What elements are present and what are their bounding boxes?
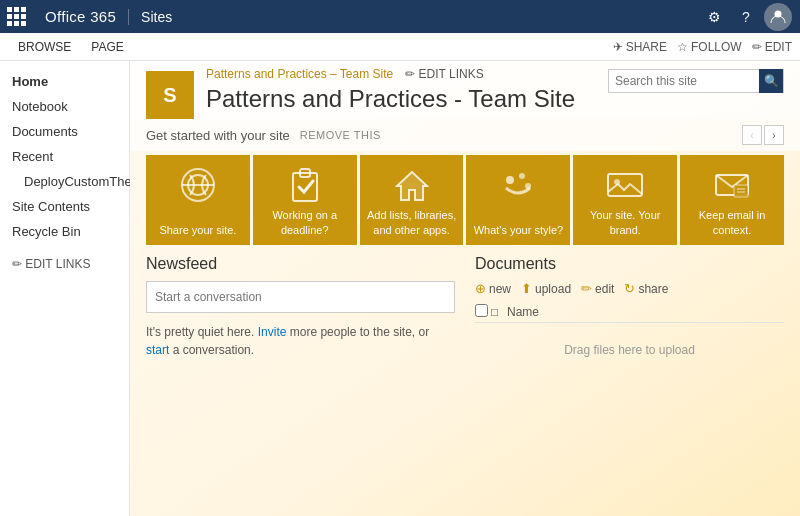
house-card-icon	[392, 165, 432, 205]
waffle-icon	[7, 7, 26, 26]
page-tab[interactable]: PAGE	[81, 33, 133, 60]
doc-type-icon: □	[491, 305, 498, 319]
edit-button[interactable]: ✏ EDIT	[752, 40, 792, 54]
sidebar-item-recent[interactable]: Recent	[0, 144, 129, 169]
doc-table-header: □ Name	[475, 302, 784, 323]
card-deadline-label: Working on a deadline?	[259, 208, 351, 237]
site-header-block: S Patterns and Practices – Team Site ✏ E…	[130, 61, 800, 119]
card-share-label: Share your site.	[159, 223, 236, 237]
search-button[interactable]: 🔍	[759, 69, 783, 93]
newsfeed-input[interactable]	[146, 281, 455, 313]
newsfeed-panel: Newsfeed It's pretty quiet here. Invite …	[146, 255, 475, 383]
start-link[interactable]: start	[146, 343, 169, 357]
search-bar: 🔍	[608, 69, 784, 93]
search-input[interactable]	[609, 74, 759, 88]
browse-tab[interactable]: BROWSE	[8, 33, 81, 60]
follow-button[interactable]: ☆ FOLLOW	[677, 40, 742, 54]
edit-links-breadcrumb[interactable]: ✏ EDIT LINKS	[405, 67, 483, 81]
doc-drag-area[interactable]: Drag files here to upload	[475, 323, 784, 383]
sidebar-item-deploycustomtheme[interactable]: DeployCustomTheme	[0, 169, 129, 194]
card-email[interactable]: Keep email in context.	[680, 155, 784, 245]
sidebar-edit-links[interactable]: ✏ EDIT LINKS	[0, 252, 129, 276]
main-layout: Home Notebook Documents Recent DeployCus…	[0, 61, 800, 516]
email-card-icon	[712, 165, 752, 205]
sidebar-item-recycle-bin[interactable]: Recycle Bin	[0, 219, 129, 244]
doc-new-button[interactable]: ⊕ new	[475, 281, 511, 296]
svg-point-7	[506, 176, 514, 184]
doc-check-col	[475, 304, 491, 320]
pencil-icon: ✏	[752, 40, 762, 54]
newsfeed-quiet-text: It's pretty quiet here. Invite more peop…	[146, 323, 455, 359]
avatar[interactable]	[764, 3, 792, 31]
card-brand-label: Your site. Your brand.	[579, 208, 671, 237]
svg-point-8	[519, 173, 525, 179]
doc-share-button[interactable]: ↻ share	[624, 281, 668, 296]
invite-link[interactable]: Invite	[258, 325, 287, 339]
card-email-label: Keep email in context.	[686, 208, 778, 237]
nav-prev-button[interactable]: ‹	[742, 125, 762, 145]
section-name[interactable]: Sites	[128, 9, 184, 25]
share-doc-icon: ↻	[624, 281, 635, 296]
share-icon: ✈	[613, 40, 623, 54]
documents-panel: Documents ⊕ new ⬆ upload ✏ edit	[475, 255, 784, 383]
second-bar: BROWSE PAGE ✈ SHARE ☆ FOLLOW ✏ EDIT	[0, 33, 800, 61]
sidebar-item-notebook[interactable]: Notebook	[0, 94, 129, 119]
content-area: S Patterns and Practices – Team Site ✏ E…	[130, 61, 800, 516]
newsfeed-title: Newsfeed	[146, 255, 455, 273]
sidebar: Home Notebook Documents Recent DeployCus…	[0, 61, 130, 516]
card-share[interactable]: Share your site.	[146, 155, 250, 245]
help-icon[interactable]: ?	[732, 3, 760, 31]
sidebar-item-home[interactable]: Home	[0, 69, 129, 94]
share-button[interactable]: ✈ SHARE	[613, 40, 667, 54]
doc-name-col: Name	[507, 305, 784, 319]
gear-icon[interactable]: ⚙	[700, 3, 728, 31]
nav-next-button[interactable]: ›	[764, 125, 784, 145]
sidebar-item-site-contents[interactable]: Site Contents	[0, 194, 129, 219]
sidebar-item-documents[interactable]: Documents	[0, 119, 129, 144]
image-card-icon	[605, 165, 645, 205]
app-name: Office 365	[33, 8, 128, 25]
card-style-label: What's your style?	[474, 223, 564, 237]
sp-logo-text: S	[163, 84, 176, 107]
clipboard-card-icon	[285, 165, 325, 205]
new-icon: ⊕	[475, 281, 486, 296]
bottom-panels: Newsfeed It's pretty quiet here. Invite …	[130, 255, 800, 383]
upload-icon: ⬆	[521, 281, 532, 296]
palette-card-icon	[498, 165, 538, 205]
edit-doc-icon: ✏	[581, 281, 592, 296]
top-bar: Office 365 Sites ⚙ ?	[0, 0, 800, 33]
svg-marker-6	[397, 172, 427, 200]
share-card-icon	[178, 165, 218, 205]
doc-upload-button[interactable]: ⬆ upload	[521, 281, 571, 296]
sharepoint-logo: S	[146, 71, 194, 119]
documents-title: Documents	[475, 255, 784, 273]
star-icon: ☆	[677, 40, 688, 54]
doc-icon-col: □	[491, 305, 507, 319]
get-started-title: Get started with your site	[146, 128, 290, 143]
svg-rect-13	[734, 185, 748, 197]
get-started-header: Get started with your site REMOVE THIS ‹…	[130, 119, 800, 151]
card-apps-label: Add lists, libraries, and other apps.	[366, 208, 458, 237]
card-brand[interactable]: Your site. Your brand.	[573, 155, 677, 245]
card-apps[interactable]: Add lists, libraries, and other apps.	[360, 155, 464, 245]
waffle-button[interactable]	[0, 0, 33, 33]
doc-select-all[interactable]	[475, 304, 488, 317]
svg-rect-10	[608, 174, 642, 196]
remove-this-button[interactable]: REMOVE THIS	[300, 129, 381, 141]
card-style[interactable]: What's your style?	[466, 155, 570, 245]
doc-edit-button[interactable]: ✏ edit	[581, 281, 614, 296]
breadcrumb-link[interactable]: Patterns and Practices – Team Site	[206, 67, 393, 81]
cards-grid: Share your site. Working on a deadline?	[130, 151, 800, 255]
doc-toolbar: ⊕ new ⬆ upload ✏ edit ↻ share	[475, 281, 784, 296]
search-icon: 🔍	[764, 74, 779, 88]
card-deadline[interactable]: Working on a deadline?	[253, 155, 357, 245]
